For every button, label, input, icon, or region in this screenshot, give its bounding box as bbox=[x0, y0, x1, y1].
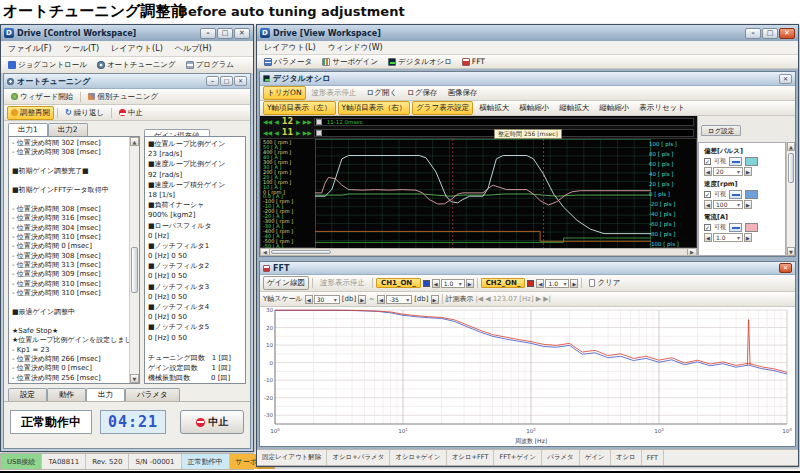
channel-color-swatch[interactable] bbox=[745, 157, 758, 166]
layout-preset-button[interactable]: オシロ+パラメタ bbox=[327, 450, 390, 465]
channel-color-swatch[interactable] bbox=[745, 223, 758, 232]
jog-control-button[interactable]: ジョグコントロール bbox=[4, 58, 91, 72]
parameter-button[interactable]: パラメータ bbox=[260, 55, 316, 69]
scroll-thumb[interactable] bbox=[271, 250, 331, 254]
scope-toolbar-button[interactable]: ログ保存 bbox=[403, 86, 441, 100]
layout-preset-button[interactable]: パラメタ bbox=[542, 450, 580, 465]
nav-prev-icon[interactable]: ◀ bbox=[274, 129, 279, 136]
close-icon[interactable]: ✕ bbox=[234, 28, 250, 39]
individual-tuning-button[interactable]: 個別チューニング bbox=[84, 90, 162, 104]
scope-titlebar[interactable]: デジタルオシロ ✕ bbox=[260, 72, 795, 86]
measure-prev-icon[interactable]: ◀ bbox=[485, 295, 490, 303]
nav-last-icon[interactable]: ▶▶ bbox=[303, 118, 312, 125]
scale-value[interactable]: 20▾ bbox=[713, 167, 743, 176]
wave-style-button[interactable] bbox=[729, 157, 742, 166]
scroll-up-icon[interactable]: ▲ bbox=[787, 142, 795, 151]
layout-preset-button[interactable]: オシロ+ゲイン bbox=[390, 450, 446, 465]
menu-item[interactable]: レイアウト(L) bbox=[264, 42, 316, 53]
spin-left-icon[interactable]: ◀ bbox=[704, 167, 712, 176]
ch2-gain-value[interactable]: 1.0▾ bbox=[545, 279, 569, 288]
output-tab[interactable]: 出力1 bbox=[8, 123, 48, 136]
fft-chart-area[interactable]: 3020100-10-20-30100101102103104周波数 [Hz] bbox=[260, 307, 795, 446]
abort-button[interactable]: 中止 bbox=[180, 410, 244, 434]
ch2-toggle[interactable]: CH2_ON_ bbox=[481, 278, 526, 288]
waveform-stop-button[interactable]: 波形表示停止 bbox=[316, 276, 369, 290]
output-log-list[interactable]: - 位置決め時間 302 [msec]- 位置決め時間 308 [msec]■初… bbox=[8, 136, 140, 384]
layout-preset-button[interactable]: ゲイン bbox=[580, 450, 611, 465]
resume-adjust-button[interactable]: 調整再開 bbox=[7, 106, 54, 120]
visible-checkbox[interactable]: ✓ bbox=[704, 224, 711, 231]
autotune-button[interactable]: オートチューニング bbox=[93, 58, 180, 72]
bottom-tab[interactable]: 出力 bbox=[86, 388, 125, 401]
scope-toolbar-button[interactable]: Y軸項目表示（右） bbox=[338, 101, 411, 115]
scroll-thumb[interactable] bbox=[788, 153, 794, 183]
bottom-tab[interactable]: 設定 bbox=[8, 388, 47, 401]
spin-left-icon[interactable]: ◀ bbox=[377, 295, 385, 304]
nav-last-icon[interactable]: ▶▶ bbox=[303, 129, 312, 136]
minimize-icon[interactable]: – bbox=[745, 28, 761, 39]
measure-display-label[interactable]: 計測表示 bbox=[446, 294, 474, 304]
stop-button[interactable]: 中止 bbox=[115, 106, 147, 120]
wizard-start-button[interactable]: ウィザード開始 bbox=[7, 90, 77, 104]
control-workspace-titlebar[interactable]: D Drive [Control Workspace] – □ ✕ bbox=[1, 25, 253, 41]
range-handle[interactable] bbox=[316, 119, 322, 125]
layout-preset-button[interactable]: FFT bbox=[642, 450, 664, 465]
fft-titlebar[interactable]: FFT ✕ bbox=[260, 262, 795, 275]
scope-toolbar-button[interactable]: トリガON bbox=[263, 86, 306, 100]
spin-right-icon[interactable]: ▶ bbox=[744, 167, 752, 176]
ch1-gain-value[interactable]: 1.0▾ bbox=[441, 279, 465, 288]
nav-first-icon[interactable]: ◀◀ bbox=[263, 129, 272, 136]
spin-right-icon[interactable]: ▶ bbox=[358, 295, 366, 304]
scope-hscrollbar[interactable]: ◀ ▶ bbox=[260, 248, 697, 256]
spin-right-icon[interactable]: ▶ bbox=[431, 295, 439, 304]
spin-right-icon[interactable]: ▶ bbox=[466, 279, 474, 288]
scope-toolbar-button[interactable]: 横軸拡大 bbox=[475, 101, 513, 115]
layout-preset-button[interactable]: オシロ bbox=[611, 450, 642, 465]
scope-toolbar-button[interactable]: 画像保存 bbox=[443, 86, 481, 100]
visible-checkbox[interactable]: ✓ bbox=[704, 191, 711, 198]
spin-right-icon[interactable]: ▶ bbox=[570, 279, 578, 288]
menu-item[interactable]: レイアウト(L) bbox=[111, 43, 163, 54]
gain-diagram-button[interactable]: ゲイン線図 bbox=[263, 276, 309, 290]
visible-checkbox[interactable]: ✓ bbox=[704, 158, 711, 165]
minimize-icon[interactable]: – bbox=[206, 76, 219, 86]
layout-preset-button[interactable]: FFT+ゲイン bbox=[494, 450, 542, 465]
menu-item[interactable]: ウィンドウ(W) bbox=[328, 42, 383, 53]
maximize-icon[interactable]: □ bbox=[220, 76, 233, 86]
maximize-icon[interactable]: □ bbox=[217, 28, 233, 39]
menu-item[interactable]: ファイル(F) bbox=[8, 43, 52, 54]
minimize-icon[interactable]: – bbox=[200, 28, 216, 39]
close-icon[interactable]: ✕ bbox=[779, 263, 792, 273]
view-workspace-titlebar[interactable]: D Drive [View Workspace] – □ ✕ bbox=[257, 25, 798, 41]
log-settings-tab[interactable]: ログ設定 bbox=[701, 125, 741, 136]
spin-right-icon[interactable]: ▶ bbox=[744, 200, 752, 209]
layout-preset-button[interactable]: 固定レイアウト解除 bbox=[257, 450, 327, 465]
scroll-up-icon[interactable]: ▲ bbox=[130, 137, 139, 146]
ch1-toggle[interactable]: CH1_ON_ bbox=[376, 278, 421, 288]
scope-toolbar-button[interactable]: 表示リセット bbox=[635, 101, 689, 115]
measure-first-icon[interactable]: |◀ bbox=[476, 295, 484, 303]
autotune-titlebar[interactable]: オートチューニング – □ ✕ bbox=[4, 74, 250, 89]
scale-value[interactable]: 1.0▾ bbox=[713, 233, 743, 242]
scroll-left-icon[interactable]: ◀ bbox=[261, 249, 270, 255]
scope-toolbar-button[interactable]: 横軸縮小 bbox=[515, 101, 553, 115]
panel-scrollbar[interactable]: ▲ ▼ bbox=[786, 142, 795, 256]
scope-toolbar-button[interactable]: グラフ表示設定 bbox=[412, 101, 473, 115]
nav-first-icon[interactable]: ◀◀ bbox=[263, 118, 272, 125]
layout-preset-button[interactable]: オシロ+FFT bbox=[447, 450, 495, 465]
digital-scope-button[interactable]: デジタルオシロ bbox=[384, 55, 456, 69]
scroll-down-icon[interactable]: ▼ bbox=[130, 374, 139, 383]
menu-item[interactable]: ツール(T) bbox=[64, 43, 100, 54]
measure-next-icon[interactable]: ▶ bbox=[536, 295, 541, 303]
ymax-value[interactable]: 30▾ bbox=[314, 295, 340, 304]
nav-next-icon[interactable]: ▶ bbox=[296, 129, 301, 136]
nav-range-bar[interactable]: 11-12 0msec bbox=[314, 118, 694, 126]
scope-display[interactable]: 500 [ rpm ]50 [ A ]400 [ rpm ]40 [ A ]30… bbox=[260, 138, 697, 248]
maximize-icon[interactable]: □ bbox=[762, 28, 778, 39]
close-icon[interactable]: ✕ bbox=[779, 28, 795, 39]
spin-right-icon[interactable]: ▶ bbox=[744, 233, 752, 242]
scroll-thumb[interactable] bbox=[131, 247, 138, 293]
program-button[interactable]: プログラム bbox=[182, 58, 238, 72]
bottom-tab[interactable]: 動作 bbox=[47, 388, 86, 401]
spin-left-icon[interactable]: ◀ bbox=[432, 279, 440, 288]
